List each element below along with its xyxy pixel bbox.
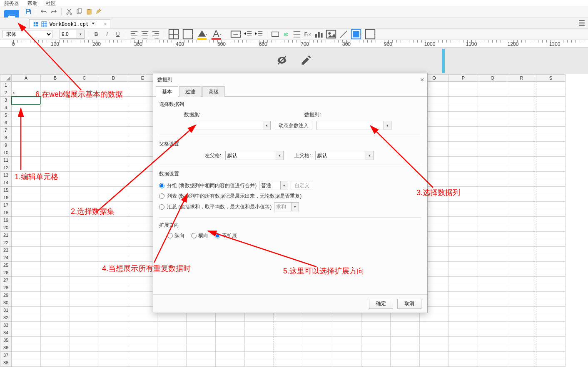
cell[interactable] bbox=[70, 224, 99, 232]
cell[interactable] bbox=[70, 217, 99, 224]
row-header[interactable]: 35 bbox=[0, 337, 12, 344]
cell[interactable] bbox=[449, 142, 478, 149]
cell[interactable] bbox=[449, 157, 478, 164]
cell[interactable] bbox=[41, 262, 70, 269]
cell[interactable] bbox=[41, 209, 70, 217]
cell[interactable] bbox=[536, 232, 566, 239]
cell[interactable] bbox=[99, 209, 128, 217]
cell[interactable] bbox=[449, 209, 478, 217]
cell[interactable] bbox=[99, 104, 128, 112]
cell[interactable] bbox=[507, 164, 536, 172]
row-header[interactable]: 19 bbox=[0, 217, 12, 224]
row-header[interactable]: 12 bbox=[0, 164, 12, 172]
borders-button[interactable] bbox=[167, 30, 180, 39]
cell[interactable] bbox=[332, 344, 361, 352]
cell[interactable] bbox=[274, 359, 303, 367]
cell[interactable] bbox=[361, 322, 391, 329]
cell[interactable] bbox=[274, 352, 303, 359]
top-parent-combo[interactable]: ▾ bbox=[315, 151, 374, 160]
cell[interactable] bbox=[478, 299, 507, 307]
cell[interactable] bbox=[70, 202, 99, 209]
group-mode-combo[interactable]: ▾ bbox=[259, 181, 288, 190]
cell[interactable] bbox=[332, 314, 361, 322]
cell[interactable] bbox=[99, 179, 128, 187]
cell[interactable] bbox=[41, 322, 70, 329]
cell[interactable] bbox=[536, 314, 566, 322]
cell[interactable] bbox=[99, 314, 128, 322]
cell[interactable] bbox=[99, 292, 128, 299]
cell[interactable] bbox=[12, 187, 41, 194]
row-header[interactable]: 37 bbox=[0, 352, 12, 359]
cell[interactable] bbox=[128, 344, 157, 352]
col-header[interactable]: C bbox=[70, 74, 99, 82]
cell[interactable] bbox=[216, 352, 245, 359]
cell[interactable] bbox=[536, 142, 566, 149]
cell[interactable] bbox=[391, 322, 420, 329]
cell[interactable] bbox=[507, 322, 536, 329]
cell[interactable] bbox=[536, 164, 566, 172]
bg-color-button[interactable] bbox=[196, 30, 208, 39]
cell[interactable] bbox=[420, 314, 449, 322]
radio-group[interactable] bbox=[159, 183, 164, 188]
cell[interactable] bbox=[449, 307, 478, 314]
cell[interactable] bbox=[361, 337, 391, 344]
cell[interactable] bbox=[99, 164, 128, 172]
row-header[interactable]: 22 bbox=[0, 239, 12, 247]
cell[interactable] bbox=[536, 359, 566, 367]
cell[interactable] bbox=[478, 292, 507, 299]
cell[interactable] bbox=[216, 344, 245, 352]
cell[interactable] bbox=[478, 307, 507, 314]
cell[interactable] bbox=[99, 359, 128, 367]
cell[interactable] bbox=[41, 97, 70, 104]
cell[interactable] bbox=[41, 112, 70, 119]
font-family-select[interactable]: 宋体 bbox=[2, 30, 52, 38]
cell[interactable] bbox=[303, 359, 332, 367]
align-right-button[interactable] bbox=[151, 30, 160, 39]
cell[interactable] bbox=[99, 134, 128, 142]
cell[interactable] bbox=[70, 262, 99, 269]
cell[interactable] bbox=[391, 314, 420, 322]
cell[interactable] bbox=[478, 119, 507, 127]
underline-button[interactable]: U bbox=[113, 30, 122, 39]
cell[interactable] bbox=[41, 82, 70, 89]
cell[interactable] bbox=[41, 337, 70, 344]
cell[interactable] bbox=[507, 284, 536, 292]
cell[interactable] bbox=[99, 127, 128, 134]
cell[interactable] bbox=[507, 337, 536, 344]
cell[interactable] bbox=[99, 239, 128, 247]
cell[interactable] bbox=[536, 89, 566, 97]
cell[interactable] bbox=[449, 194, 478, 202]
cell[interactable] bbox=[536, 284, 566, 292]
cell[interactable] bbox=[507, 239, 536, 247]
cell[interactable] bbox=[449, 217, 478, 224]
cell[interactable] bbox=[41, 307, 70, 314]
col-header[interactable]: R bbox=[507, 74, 536, 82]
col-header[interactable]: S bbox=[536, 74, 566, 82]
cell[interactable] bbox=[536, 97, 566, 104]
cell[interactable] bbox=[478, 359, 507, 367]
cell[interactable] bbox=[478, 97, 507, 104]
cell[interactable] bbox=[536, 352, 566, 359]
cell[interactable] bbox=[12, 127, 41, 134]
cell[interactable] bbox=[536, 127, 566, 134]
cell[interactable] bbox=[41, 224, 70, 232]
cell[interactable] bbox=[478, 269, 507, 277]
cell[interactable] bbox=[536, 202, 566, 209]
summary-mode-combo[interactable]: ▾ bbox=[274, 202, 299, 211]
radio-vertical[interactable] bbox=[167, 233, 173, 238]
cell[interactable] bbox=[478, 247, 507, 254]
cell[interactable] bbox=[361, 359, 391, 367]
cell[interactable] bbox=[478, 209, 507, 217]
cell[interactable] bbox=[41, 157, 70, 164]
cell[interactable] bbox=[99, 262, 128, 269]
cell[interactable] bbox=[99, 149, 128, 157]
cell[interactable] bbox=[507, 89, 536, 97]
row-header[interactable]: 23 bbox=[0, 247, 12, 254]
cell[interactable] bbox=[70, 142, 99, 149]
radio-horizontal[interactable] bbox=[191, 233, 197, 238]
cell[interactable] bbox=[99, 322, 128, 329]
cell[interactable] bbox=[507, 232, 536, 239]
cell[interactable] bbox=[507, 202, 536, 209]
cell[interactable] bbox=[99, 82, 128, 89]
chart-button[interactable] bbox=[314, 30, 323, 39]
